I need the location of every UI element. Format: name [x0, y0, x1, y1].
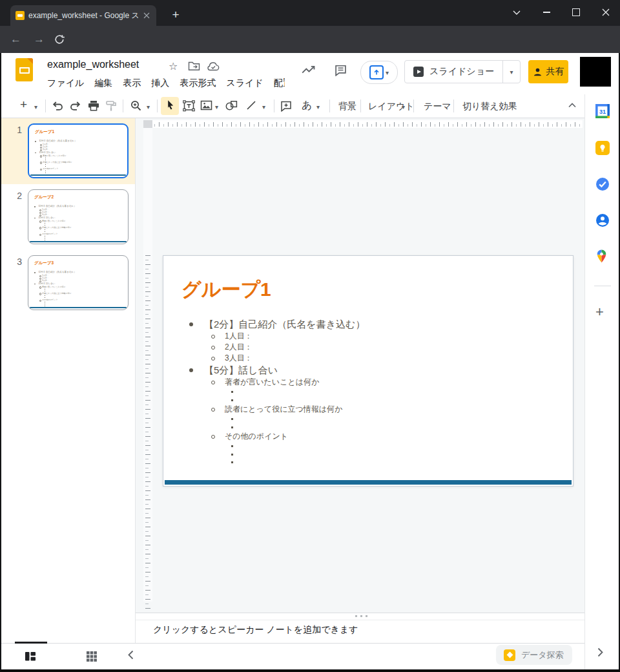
bullet-marker-icon	[189, 368, 193, 372]
version-history-icon[interactable]	[301, 65, 317, 74]
hide-menus-chevron-icon[interactable]	[568, 103, 576, 108]
google-keep-icon[interactable]	[595, 141, 610, 155]
forward-button[interactable]: →	[34, 34, 45, 45]
google-tasks-icon[interactable]	[595, 177, 610, 191]
slide-thumbnail[interactable]: グループ3【2分】自己紹介（氏名を書き込む）1人目：2人目：3人目：【5分】話し…	[28, 255, 129, 310]
shape-tool[interactable]	[225, 100, 238, 111]
google-calendar-icon[interactable]: 31	[595, 104, 610, 118]
notes-placeholder[interactable]: クリックするとスピーカー ノートを追加できます	[153, 624, 358, 636]
theme-button[interactable]: テーマ	[424, 101, 451, 112]
filmstrip-view-button[interactable]	[25, 651, 36, 662]
comments-icon[interactable]	[335, 64, 347, 76]
slide-body-list[interactable]: 【2分】自己紹介（氏名を書き込む）1人目：2人目：3人目：【5分】話し合い著者が…	[163, 318, 573, 467]
slide-bullet-row: その他のポイント	[163, 431, 573, 442]
menu-format[interactable]: 表示形式	[174, 76, 221, 90]
google-contacts-icon[interactable]	[595, 213, 610, 227]
speaker-notes-panel[interactable]: クリックするとスピーカー ノートを追加できます	[136, 613, 584, 643]
insert-image-tool[interactable]	[200, 100, 212, 110]
slide-canvas[interactable]: グループ1 【2分】自己紹介（氏名を書き込む）1人目：2人目：3人目：【5分】話…	[136, 118, 584, 613]
notes-divider	[136, 620, 584, 620]
reload-button[interactable]	[54, 34, 65, 45]
menu-slide[interactable]: スライド	[221, 76, 268, 90]
bullet-text: その他のポイント	[225, 431, 573, 442]
move-to-folder-icon[interactable]	[188, 61, 200, 71]
menu-view[interactable]: 表示	[118, 76, 146, 90]
slideshow-play-icon	[413, 67, 424, 77]
new-tab-button[interactable]: +	[167, 6, 185, 24]
bullet-marker-icon	[231, 445, 233, 447]
furigana-tool[interactable]: あ	[302, 99, 312, 112]
thumbnail-slide-title: グループ3	[34, 260, 54, 266]
account-avatar[interactable]	[580, 57, 611, 87]
browser-tab[interactable]: example_worksheet - Google スラ	[10, 5, 156, 26]
horizontal-ruler	[152, 120, 583, 128]
menu-insert[interactable]: 挿入	[146, 76, 174, 90]
window-close-button[interactable]	[592, 3, 620, 22]
slide-thumbnail-row[interactable]: 1グループ1【2分】自己紹介（氏名を書き込む）1人目：2人目：3人目：【5分】話…	[0, 118, 135, 184]
furigana-caret-icon[interactable]: ▾	[316, 103, 320, 110]
bullet-marker-icon	[231, 391, 233, 393]
slide-accent-bar	[165, 480, 572, 485]
star-document-icon[interactable]: ☆	[169, 60, 178, 72]
redo-button[interactable]	[70, 100, 81, 111]
line-caret-icon[interactable]: ▾	[262, 103, 265, 110]
google-slides-logo-icon[interactable]	[16, 58, 33, 81]
document-title[interactable]: example_worksheet	[47, 59, 139, 70]
menu-file[interactable]: ファイル	[47, 76, 89, 90]
image-caret-icon[interactable]: ▾	[215, 103, 218, 110]
collapse-filmstrip-chevron-icon[interactable]	[128, 650, 134, 660]
window-maximize-button[interactable]	[562, 3, 590, 22]
bullet-marker-icon	[231, 461, 233, 463]
bullet-text: 読者にとって役に立つ情報は何か	[225, 404, 573, 415]
undo-button[interactable]	[52, 100, 63, 111]
get-addons-button[interactable]: +	[595, 305, 604, 319]
slide-thumbnail[interactable]: グループ1【2分】自己紹介（氏名を書き込む）1人目：2人目：3人目：【5分】話し…	[28, 123, 129, 178]
present-caret-icon[interactable]: ▾	[386, 69, 389, 76]
bullet-text: 2人目：	[225, 342, 573, 353]
slide-thumbnail[interactable]: グループ2【2分】自己紹介（氏名を書き込む）1人目：2人目：3人目：【5分】話し…	[28, 189, 129, 244]
slideshow-caret-button[interactable]: ▾	[502, 61, 520, 83]
slide-bullet-row	[163, 458, 573, 467]
current-slide[interactable]: グループ1 【2分】自己紹介（氏名を書き込む）1人目：2人目：3人目：【5分】話…	[163, 255, 574, 487]
vertical-ruler	[143, 128, 152, 602]
tab-close-icon[interactable]	[142, 11, 151, 20]
slide-title[interactable]: グループ1	[181, 277, 271, 303]
slide-thumbnail-row[interactable]: 2グループ2【2分】自己紹介（氏名を書き込む）1人目：2人目：3人目：【5分】話…	[0, 184, 135, 250]
slideshow-button-group: スライドショー ▾	[404, 60, 521, 83]
new-slide-button[interactable]: +	[20, 99, 27, 110]
bullet-marker-icon	[231, 399, 233, 401]
paint-format-button[interactable]	[105, 100, 117, 112]
line-tool[interactable]	[246, 100, 256, 110]
text-box-tool[interactable]	[183, 100, 195, 112]
share-button[interactable]: 共有	[528, 60, 568, 83]
zoom-button[interactable]	[130, 100, 141, 111]
insert-comment-tool[interactable]	[280, 100, 292, 112]
explore-button[interactable]: データ探索	[496, 645, 572, 665]
print-button[interactable]	[88, 100, 99, 111]
background-button[interactable]: 背景	[338, 101, 356, 112]
zoom-caret-icon[interactable]: ▾	[147, 103, 150, 110]
menu-arrange[interactable]: 配置	[269, 76, 285, 90]
cloud-saved-icon[interactable]	[207, 62, 220, 71]
layout-caret-icon[interactable]: ▾	[402, 103, 405, 110]
present-button[interactable]: ▾	[360, 61, 398, 84]
thumbnail-slide-body: 【2分】自己紹介（氏名を書き込む）1人目：2人目：3人目：【5分】話し合い著者が…	[28, 205, 128, 241]
bullet-text: 1人目：	[225, 331, 573, 342]
select-cursor-tool[interactable]	[167, 100, 174, 110]
slideshow-button[interactable]: スライドショー	[405, 61, 502, 83]
menu-edit[interactable]: 編集	[89, 76, 118, 90]
grid-view-button[interactable]	[87, 651, 97, 662]
window-minimize-button[interactable]	[532, 3, 561, 22]
new-slide-caret-icon[interactable]: ▾	[34, 103, 37, 110]
slide-bullet-row: 読者にとって役に立つ情報は何か	[163, 404, 573, 415]
slide-thumbnail-panel: 1グループ1【2分】自己紹介（氏名を書き込む）1人目：2人目：3人目：【5分】話…	[0, 118, 136, 643]
show-side-panel-chevron-icon[interactable]	[597, 647, 603, 657]
layout-button[interactable]: レイアウト	[368, 101, 415, 112]
window-menu-chevron-icon[interactable]	[502, 3, 531, 22]
bottom-bar: データ探索	[0, 643, 584, 669]
slide-thumbnail-row[interactable]: 3グループ3【2分】自己紹介（氏名を書き込む）1人目：2人目：3人目：【5分】話…	[0, 250, 135, 316]
notes-drag-handle[interactable]	[355, 615, 367, 617]
back-button[interactable]: ←	[10, 34, 21, 45]
transition-button[interactable]: 切り替え効果	[462, 101, 517, 112]
google-maps-icon[interactable]	[597, 249, 606, 263]
